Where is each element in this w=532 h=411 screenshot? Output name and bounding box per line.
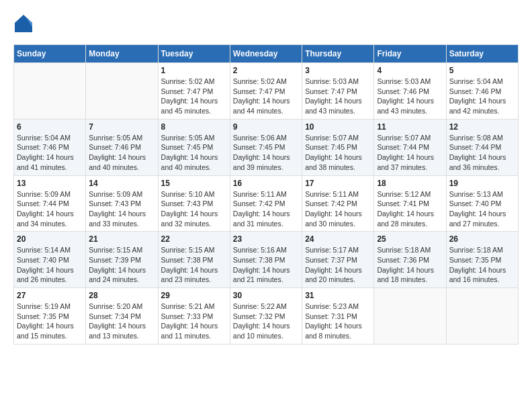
calendar-day-cell: 25Sunrise: 5:18 AM Sunset: 7:36 PM Dayli… <box>374 232 446 288</box>
calendar-day-cell: 16Sunrise: 5:11 AM Sunset: 7:42 PM Dayli… <box>230 175 302 232</box>
day-info: Sunrise: 5:07 AM Sunset: 7:45 PM Dayligh… <box>305 133 371 173</box>
calendar-day-cell: 22Sunrise: 5:15 AM Sunset: 7:38 PM Dayli… <box>158 232 230 288</box>
day-info: Sunrise: 5:03 AM Sunset: 7:46 PM Dayligh… <box>377 77 443 116</box>
day-info: Sunrise: 5:15 AM Sunset: 7:38 PM Dayligh… <box>161 245 227 285</box>
calendar-day-cell: 31Sunrise: 5:23 AM Sunset: 7:31 PM Dayli… <box>302 288 374 345</box>
calendar-day-cell: 7Sunrise: 5:05 AM Sunset: 7:46 PM Daylig… <box>86 119 158 175</box>
day-info: Sunrise: 5:07 AM Sunset: 7:44 PM Dayligh… <box>377 133 443 173</box>
calendar-day-cell <box>374 288 446 345</box>
day-info: Sunrise: 5:02 AM Sunset: 7:47 PM Dayligh… <box>161 77 227 116</box>
calendar-day-cell: 11Sunrise: 5:07 AM Sunset: 7:44 PM Dayli… <box>374 119 446 175</box>
day-info: Sunrise: 5:05 AM Sunset: 7:45 PM Dayligh… <box>161 133 227 173</box>
calendar-week-row: 13Sunrise: 5:09 AM Sunset: 7:44 PM Dayli… <box>14 175 519 232</box>
day-number: 11 <box>377 122 443 132</box>
calendar-day-cell: 9Sunrise: 5:06 AM Sunset: 7:45 PM Daylig… <box>230 119 302 175</box>
calendar-table: SundayMondayTuesdayWednesdayThursdayFrid… <box>13 44 519 345</box>
day-info: Sunrise: 5:02 AM Sunset: 7:47 PM Dayligh… <box>233 77 299 116</box>
calendar-day-cell: 8Sunrise: 5:05 AM Sunset: 7:45 PM Daylig… <box>158 119 230 175</box>
day-info: Sunrise: 5:18 AM Sunset: 7:36 PM Dayligh… <box>377 245 443 285</box>
day-number: 24 <box>305 234 371 244</box>
calendar-day-cell: 12Sunrise: 5:08 AM Sunset: 7:44 PM Dayli… <box>446 119 518 175</box>
day-info: Sunrise: 5:09 AM Sunset: 7:43 PM Dayligh… <box>89 189 154 229</box>
day-number: 4 <box>377 66 443 75</box>
day-info: Sunrise: 5:04 AM Sunset: 7:46 PM Dayligh… <box>449 77 515 116</box>
page-header <box>13 13 519 34</box>
calendar-day-cell: 15Sunrise: 5:10 AM Sunset: 7:43 PM Dayli… <box>158 175 230 232</box>
calendar-week-row: 20Sunrise: 5:14 AM Sunset: 7:40 PM Dayli… <box>14 232 519 288</box>
day-number: 3 <box>305 66 371 75</box>
day-info: Sunrise: 5:17 AM Sunset: 7:37 PM Dayligh… <box>305 245 371 285</box>
weekday-header: Tuesday <box>158 45 230 63</box>
calendar-day-cell: 27Sunrise: 5:19 AM Sunset: 7:35 PM Dayli… <box>14 288 86 345</box>
calendar-day-cell: 24Sunrise: 5:17 AM Sunset: 7:37 PM Dayli… <box>302 232 374 288</box>
calendar-day-cell: 14Sunrise: 5:09 AM Sunset: 7:43 PM Dayli… <box>86 175 158 232</box>
day-info: Sunrise: 5:11 AM Sunset: 7:42 PM Dayligh… <box>233 189 299 229</box>
calendar-day-cell: 10Sunrise: 5:07 AM Sunset: 7:45 PM Dayli… <box>302 119 374 175</box>
calendar-day-cell: 4Sunrise: 5:03 AM Sunset: 7:46 PM Daylig… <box>374 63 446 120</box>
day-info: Sunrise: 5:20 AM Sunset: 7:34 PM Dayligh… <box>89 302 154 341</box>
calendar-day-cell <box>86 63 158 120</box>
weekday-header: Thursday <box>302 45 374 63</box>
calendar-week-row: 27Sunrise: 5:19 AM Sunset: 7:35 PM Dayli… <box>14 288 519 345</box>
day-number: 6 <box>17 122 83 132</box>
day-number: 2 <box>233 66 299 75</box>
day-info: Sunrise: 5:14 AM Sunset: 7:40 PM Dayligh… <box>17 245 83 285</box>
calendar-day-cell: 3Sunrise: 5:03 AM Sunset: 7:47 PM Daylig… <box>302 63 374 120</box>
day-number: 21 <box>89 234 154 244</box>
calendar-day-cell <box>446 288 518 345</box>
day-info: Sunrise: 5:13 AM Sunset: 7:40 PM Dayligh… <box>449 189 515 229</box>
calendar-day-cell: 28Sunrise: 5:20 AM Sunset: 7:34 PM Dayli… <box>86 288 158 345</box>
day-number: 1 <box>161 66 227 75</box>
day-info: Sunrise: 5:19 AM Sunset: 7:35 PM Dayligh… <box>17 302 83 341</box>
day-number: 9 <box>233 122 299 132</box>
calendar-week-row: 6Sunrise: 5:04 AM Sunset: 7:46 PM Daylig… <box>14 119 519 175</box>
day-info: Sunrise: 5:04 AM Sunset: 7:46 PM Dayligh… <box>17 133 83 173</box>
day-info: Sunrise: 5:11 AM Sunset: 7:42 PM Dayligh… <box>305 189 371 229</box>
day-number: 26 <box>449 234 515 244</box>
day-number: 30 <box>233 291 299 300</box>
weekday-header: Sunday <box>14 45 86 63</box>
day-number: 7 <box>89 122 154 132</box>
calendar-day-cell: 13Sunrise: 5:09 AM Sunset: 7:44 PM Dayli… <box>14 175 86 232</box>
calendar-day-cell: 1Sunrise: 5:02 AM Sunset: 7:47 PM Daylig… <box>158 63 230 120</box>
weekday-header: Wednesday <box>230 45 302 63</box>
day-number: 19 <box>449 179 515 188</box>
calendar-day-cell: 5Sunrise: 5:04 AM Sunset: 7:46 PM Daylig… <box>446 63 518 120</box>
weekday-header-row: SundayMondayTuesdayWednesdayThursdayFrid… <box>14 45 519 63</box>
calendar-day-cell: 19Sunrise: 5:13 AM Sunset: 7:40 PM Dayli… <box>446 175 518 232</box>
day-number: 17 <box>305 179 371 188</box>
day-number: 31 <box>305 291 371 300</box>
day-info: Sunrise: 5:03 AM Sunset: 7:47 PM Dayligh… <box>305 77 371 116</box>
calendar-day-cell: 20Sunrise: 5:14 AM Sunset: 7:40 PM Dayli… <box>14 232 86 288</box>
weekday-header: Saturday <box>446 45 518 63</box>
day-info: Sunrise: 5:12 AM Sunset: 7:41 PM Dayligh… <box>377 189 443 229</box>
day-number: 29 <box>161 291 227 300</box>
day-number: 27 <box>17 291 83 300</box>
day-info: Sunrise: 5:08 AM Sunset: 7:44 PM Dayligh… <box>449 133 515 173</box>
day-number: 10 <box>305 122 371 132</box>
day-number: 12 <box>449 122 515 132</box>
calendar-day-cell: 18Sunrise: 5:12 AM Sunset: 7:41 PM Dayli… <box>374 175 446 232</box>
day-number: 15 <box>161 179 227 188</box>
day-number: 25 <box>377 234 443 244</box>
day-number: 8 <box>161 122 227 132</box>
calendar-day-cell: 17Sunrise: 5:11 AM Sunset: 7:42 PM Dayli… <box>302 175 374 232</box>
day-number: 13 <box>17 179 83 188</box>
calendar-day-cell: 21Sunrise: 5:15 AM Sunset: 7:39 PM Dayli… <box>86 232 158 288</box>
day-number: 28 <box>89 291 154 300</box>
calendar-day-cell: 2Sunrise: 5:02 AM Sunset: 7:47 PM Daylig… <box>230 63 302 120</box>
day-info: Sunrise: 5:16 AM Sunset: 7:38 PM Dayligh… <box>233 245 299 285</box>
day-info: Sunrise: 5:10 AM Sunset: 7:43 PM Dayligh… <box>161 189 227 229</box>
weekday-header: Friday <box>374 45 446 63</box>
day-number: 18 <box>377 179 443 188</box>
calendar-day-cell <box>14 63 86 120</box>
logo-icon <box>13 13 34 34</box>
day-number: 22 <box>161 234 227 244</box>
day-info: Sunrise: 5:15 AM Sunset: 7:39 PM Dayligh… <box>89 245 154 285</box>
day-number: 5 <box>449 66 515 75</box>
day-info: Sunrise: 5:18 AM Sunset: 7:35 PM Dayligh… <box>449 245 515 285</box>
calendar-day-cell: 26Sunrise: 5:18 AM Sunset: 7:35 PM Dayli… <box>446 232 518 288</box>
day-info: Sunrise: 5:23 AM Sunset: 7:31 PM Dayligh… <box>305 302 371 341</box>
svg-marker-0 <box>15 15 32 32</box>
day-info: Sunrise: 5:21 AM Sunset: 7:33 PM Dayligh… <box>161 302 227 341</box>
